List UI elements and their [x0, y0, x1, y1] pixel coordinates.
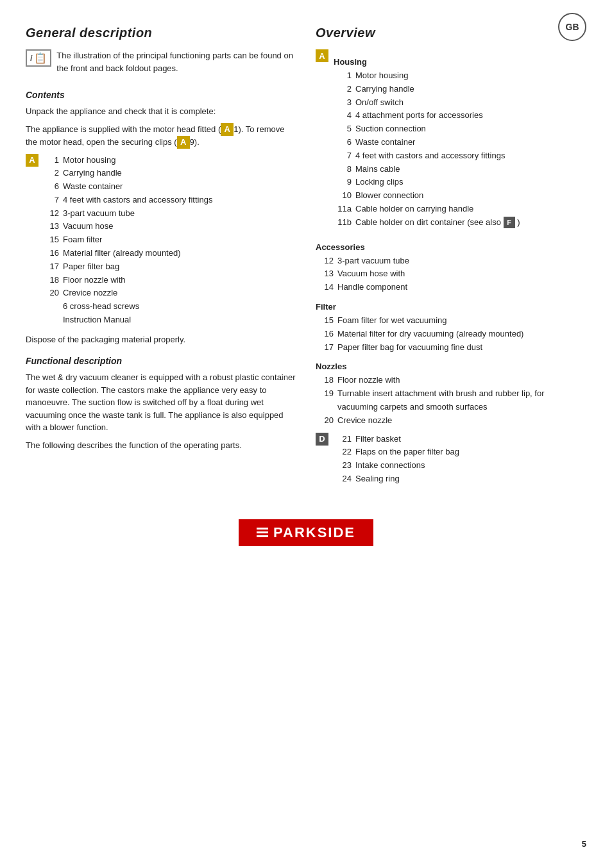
list-item: 11aCable holder on carrying handle [334, 203, 520, 216]
list-item: 3On/off switch [334, 96, 520, 110]
functional-title: Functional description [26, 356, 296, 366]
housing-header: Housing [334, 57, 520, 67]
list-item: 9Locking clips [334, 176, 520, 189]
d-list: 21Filter basket 22Flaps on the paper fil… [334, 433, 459, 486]
list-item: 18Floor nozzle with [316, 374, 586, 387]
overview-title: Overview [316, 26, 586, 40]
book-icon: 📋 [34, 52, 47, 64]
list-item: 14Handle component [316, 281, 586, 294]
list-item: 10Blower connection [334, 189, 520, 203]
functional-text-2: The following describes the function of … [26, 439, 296, 452]
accessories-header: Accessories [316, 242, 586, 252]
list-item: 2Carrying handle [334, 83, 520, 96]
list-item: 16Material filter (already mounted) [45, 247, 212, 260]
list-item: 13Vacuum hose [45, 220, 212, 233]
parkside-logo: PARKSIDE [239, 519, 373, 546]
info-text: The illustration of the principal functi… [56, 49, 296, 74]
list-item: 123-part vacuum tube [316, 255, 586, 268]
d-section: D 21Filter basket 22Flaps on the paper f… [316, 433, 586, 491]
list-item: 20Crevice nozzle [316, 414, 586, 428]
list-item: 17Paper filter bag for vacuuming fine du… [316, 341, 586, 355]
list-item: 1Motor housing [334, 69, 520, 83]
dispose-text: Dispose of the packaging material proper… [26, 333, 296, 346]
page-number: 5 [582, 839, 586, 849]
info-i: i [30, 54, 32, 63]
logo-text: PARKSIDE [273, 524, 355, 541]
page: GB General description i 📋 The illustrat… [0, 0, 612, 868]
housing-header-row: A Housing 1Motor housing 2Carrying handl… [316, 49, 586, 235]
list-item: 74 feet with castors and accessory fitti… [45, 194, 212, 207]
nozzles-header: Nozzles [316, 362, 586, 371]
list-item: 44 attachment ports for accessories [334, 109, 520, 122]
logo-lines [257, 528, 268, 537]
badge-a-contents: A [26, 154, 38, 167]
list-item: 15Foam filter [45, 233, 212, 247]
list-item: 18Floor nozzle with [45, 274, 212, 287]
list-item: 21Filter basket [334, 433, 459, 446]
list-item: 8Mains cable [334, 163, 520, 176]
list-item: 16Material filter for dry vacuuming (alr… [316, 328, 586, 341]
left-column: General description i 📋 The illustration… [26, 26, 296, 494]
list-item: 74 feet with castors and accessory fitti… [334, 149, 520, 163]
housing-list: 1Motor housing 2Carrying handle 3On/off … [334, 69, 520, 230]
list-item: 11bCable holder on dirt container (see a… [334, 216, 520, 230]
list-item: 5Suction connection [334, 122, 520, 136]
badge-a-overview: A [316, 49, 328, 62]
badge-d: D [316, 433, 328, 446]
list-item: 6Waste container [334, 136, 520, 149]
badge-a-inline1: A [221, 123, 234, 136]
gb-badge-text: GB [566, 22, 579, 32]
info-box: i 📋 The illustration of the principal fu… [26, 49, 296, 79]
functional-text-1: The wet & dry vacuum cleaner is equipped… [26, 371, 296, 434]
main-title: General description [26, 26, 296, 40]
list-item: Instruction Manual [45, 313, 212, 327]
contents-list-container: A 1Motor housing 2Carrying handle 6Waste… [26, 154, 296, 327]
list-item: 19Turnable insert attachment with brush … [316, 387, 586, 414]
list-item: 15Foam filter for wet vacuuming [316, 314, 586, 328]
badge-f-inline: F [504, 217, 515, 228]
info-icon: i 📋 [26, 49, 51, 67]
contents-title: Contents [26, 90, 296, 100]
right-column: Overview A Housing 1Motor housing 2Carry… [316, 26, 586, 494]
list-item: 6Waste container [45, 180, 212, 194]
nozzles-list: 18Floor nozzle with 19Turnable insert at… [316, 374, 586, 427]
filter-list: 15Foam filter for wet vacuuming 16Materi… [316, 314, 586, 354]
list-item: 17Paper filter bag [45, 260, 212, 274]
list-item: 22Flaps on the paper filter bag [334, 446, 459, 459]
contents-list: 1Motor housing 2Carrying handle 6Waste c… [45, 154, 212, 327]
list-item: 1Motor housing [45, 154, 212, 167]
list-item: 24Sealing ring [334, 472, 459, 486]
list-item: 6 cross-head screws [45, 300, 212, 313]
list-item: 20Crevice nozzle [45, 287, 212, 300]
contents-intro-2: The appliance is supplied with the motor… [26, 123, 296, 149]
list-item: 2Carrying handle [45, 167, 212, 180]
filter-header: Filter [316, 302, 586, 312]
contents-intro-1: Unpack the appliance and check that it i… [26, 105, 296, 118]
footer: PARKSIDE [26, 519, 586, 546]
badge-a-inline2: A [177, 136, 190, 149]
list-item: 13Vacuum hose with [316, 267, 586, 281]
list-item: 23Intake connections [334, 459, 459, 472]
gb-badge: GB [558, 13, 586, 41]
accessories-list: 123-part vacuum tube 13Vacuum hose with … [316, 255, 586, 294]
list-item: 123-part vacuum tube [45, 207, 212, 221]
